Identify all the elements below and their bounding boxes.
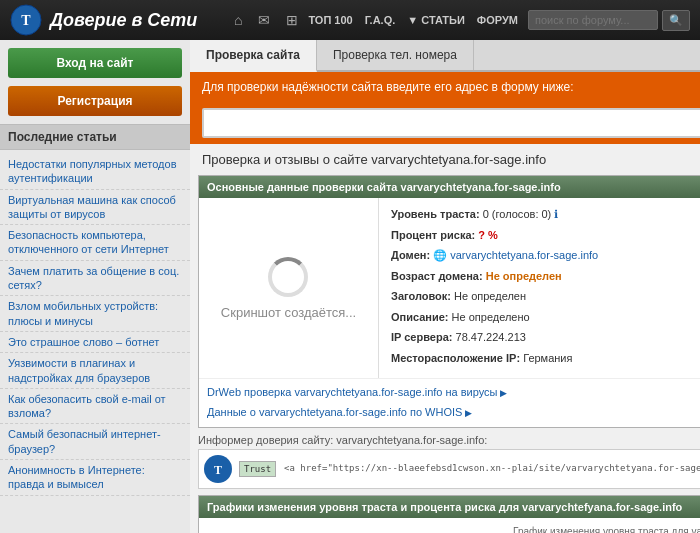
informer-trust-badge: Trust (239, 461, 276, 477)
login-button[interactable]: Вход на сайт (8, 48, 182, 78)
list-item: Недостатки популярных методов аутентифик… (0, 154, 190, 190)
sidebar: Вход на сайт Регистрация Последние стать… (0, 40, 190, 533)
ip-row: IP сервера: 78.47.224.213 (391, 329, 700, 346)
list-item: Безопасность компьютера, отключенного от… (0, 225, 190, 261)
trust-level-label: Уровень траста: (391, 208, 480, 220)
nav-top100[interactable]: ТОП 100 (308, 14, 352, 26)
location-row: Месторасположение IP: Германия (391, 350, 700, 367)
list-item: Самый безопасный интернет-браузер? (0, 424, 190, 460)
site-header: T Доверие в Сети ⌂ ✉ ⊞ ТОП 100 Г.А.Q. ▼ … (0, 0, 700, 40)
location-label: Месторасположение IP: (391, 352, 520, 364)
main-content: Проверка сайта Проверка тел. номера Для … (190, 40, 700, 533)
chart-inner-title: График изменения уровня траста для varva… (207, 526, 700, 533)
desc-label: Описание: (391, 311, 449, 323)
list-item: Анонимность в Интернете: правда и вымысе… (0, 460, 190, 496)
domain-row: Домен: 🌐 varvarychtetyana.for-sage.info (391, 247, 700, 264)
info-icon: ℹ (554, 208, 558, 220)
article-link[interactable]: Уязвимости в плагинах и надстройках для … (8, 356, 182, 385)
svg-text:T: T (214, 463, 222, 477)
article-link[interactable]: Как обезопасить свой e-mail от взлома? (8, 392, 182, 421)
desc-value: Не определено (452, 311, 530, 323)
chart-area: График изменения уровня траста для varva… (199, 518, 700, 533)
sidebar-articles-title: Последние статьи (0, 124, 190, 150)
title-row: Заголовок: Не определен (391, 288, 700, 305)
list-item: Уязвимости в плагинах и надстройках для … (0, 353, 190, 389)
article-link[interactable]: Это страшное слово – ботнет (8, 335, 182, 349)
nav-articles[interactable]: ▼ СТАТЬИ (407, 14, 465, 26)
grid-icon[interactable]: ⊞ (286, 12, 298, 28)
article-link[interactable]: Безопасность компьютера, отключенного от… (8, 228, 182, 257)
url-input[interactable] (202, 108, 700, 138)
age-row: Возраст домена: Не определен (391, 268, 700, 285)
domain-label: Домен: (391, 249, 430, 261)
list-item: Виртуальная машина как способ защиты от … (0, 190, 190, 226)
tabs: Проверка сайта Проверка тел. номера (190, 40, 700, 72)
list-item: Как обезопасить свой e-mail от взлома? (0, 389, 190, 425)
ip-value: 78.47.224.213 (456, 331, 526, 343)
layout: Вход на сайт Регистрация Последние стать… (0, 40, 700, 533)
list-item: Взлом мобильных устройств: плюсы и минус… (0, 296, 190, 332)
risk-value: ? % (478, 229, 498, 241)
list-item: Это страшное слово – ботнет (0, 332, 190, 353)
informer-title: Информер доверия сайту: varvarychtetyana… (198, 434, 700, 446)
informer-code: <a href="https://xn--blaeefebsd1cwson.xn… (284, 463, 700, 475)
risk-label: Процент риска: (391, 229, 475, 241)
whois-link[interactable]: Данные о varvarychtetyana.for-sage.info … (207, 403, 700, 423)
desc-row: Описание: Не определено (391, 309, 700, 326)
location-value: Германия (523, 352, 572, 364)
logo-area: T Доверие в Сети (10, 4, 224, 36)
screenshot-spinner: Скриншот создаётся... (221, 257, 356, 320)
ip-label: IP сервера: (391, 331, 452, 343)
chart-section: Графики изменения уровня траста и процен… (198, 495, 700, 533)
sidebar-articles-list: Недостатки популярных методов аутентифик… (0, 150, 190, 500)
article-link[interactable]: Недостатки популярных методов аутентифик… (8, 157, 182, 186)
search-area: 🔍 (528, 10, 690, 31)
site-title: Доверие в Сети (50, 10, 197, 31)
title-value: Не определен (454, 290, 526, 302)
result-box: Основные данные проверки сайта varvarych… (198, 175, 700, 428)
register-button[interactable]: Регистрация (8, 86, 182, 116)
age-value: Не определен (486, 270, 562, 282)
list-item: Зачем платить за общение в соц. сетях? (0, 261, 190, 297)
trust-level-value: 0 (голосов: 0) (483, 208, 555, 220)
nav-faq[interactable]: Г.А.Q. (365, 14, 396, 26)
virus-check-link[interactable]: DrWeb проверка varvarychtetyana.for-sage… (207, 383, 700, 403)
search-button[interactable]: 🔍 (662, 10, 690, 31)
article-link[interactable]: Анонимность в Интернете: правда и вымысе… (8, 463, 182, 492)
chart-header: Графики изменения уровня траста и процен… (199, 496, 700, 518)
article-link[interactable]: Виртуальная машина как способ защиты от … (8, 193, 182, 222)
tab-check-phone[interactable]: Проверка тел. номера (317, 40, 474, 70)
informer-box: T Trust <a href="https://xn--blaeefebsd1… (198, 449, 700, 489)
informer-section: Информер доверия сайту: varvarychtetyana… (198, 434, 700, 489)
trust-level-row: Уровень траста: 0 (голосов: 0) ℹ (391, 206, 700, 223)
result-box-header: Основные данные проверки сайта varvarych… (199, 176, 700, 198)
screenshot-text: Скриншот создаётся... (221, 305, 356, 320)
check-form: ПРОВЕРКА САЙТА (190, 102, 700, 144)
result-content: Скриншот создаётся... ? Уровень траста: (199, 198, 700, 378)
check-banner: Для проверки надёжности сайта введите ег… (190, 72, 700, 102)
nav-forum[interactable]: ФОРУМ (477, 14, 518, 26)
home-icon[interactable]: ⌂ (234, 12, 242, 28)
svg-text:T: T (21, 13, 31, 28)
logo-icon: T (10, 4, 42, 36)
domain-value: 🌐 varvarychtetyana.for-sage.info (433, 249, 598, 261)
info-area: ? Уровень траста: 0 (голосов: 0) ℹ Проце… (379, 198, 700, 378)
whois-links: DrWeb проверка varvarychtetyana.for-sage… (199, 378, 700, 427)
title-label: Заголовок: (391, 290, 451, 302)
result-title: Проверка и отзывы о сайте varvarychtetya… (190, 144, 700, 175)
informer-logo-icon: T (203, 454, 233, 484)
article-link[interactable]: Зачем платить за общение в соц. сетях? (8, 264, 182, 293)
risk-row: Процент риска: ? % (391, 227, 700, 244)
article-link[interactable]: Взлом мобильных устройств: плюсы и минус… (8, 299, 182, 328)
search-input[interactable] (528, 10, 658, 30)
nav-icons: ⌂ ✉ ⊞ (234, 12, 298, 28)
article-link[interactable]: Самый безопасный интернет-браузер? (8, 427, 182, 456)
age-label: Возраст домена: (391, 270, 483, 282)
loading-spinner (268, 257, 308, 297)
tab-check-site[interactable]: Проверка сайта (190, 40, 317, 72)
mail-icon[interactable]: ✉ (258, 12, 270, 28)
screenshot-area: Скриншот создаётся... (199, 198, 379, 378)
nav-links: ТОП 100 Г.А.Q. ▼ СТАТЬИ ФОРУМ (308, 14, 518, 26)
